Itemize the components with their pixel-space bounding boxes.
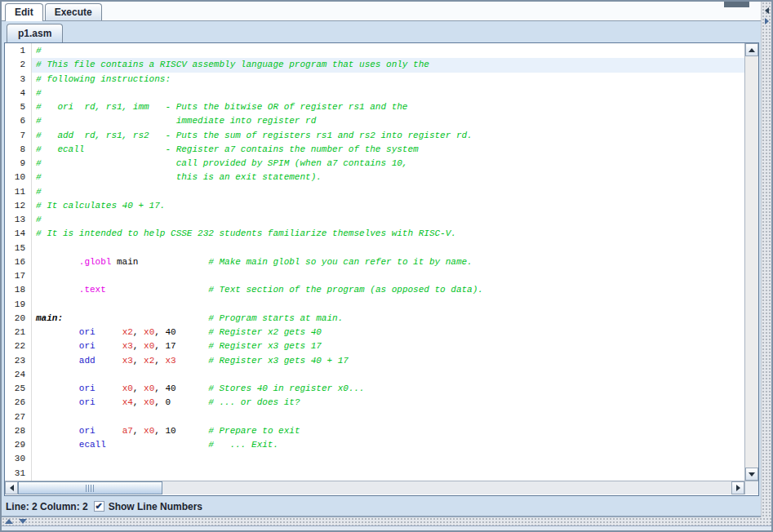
scroll-right-button[interactable] [731,481,744,494]
horizontal-split-divider[interactable] [2,517,771,525]
code-line-13[interactable]: # [32,213,744,227]
code-line-1[interactable]: # [32,44,744,58]
code-line-2[interactable]: # This file contains a RISCV assembly la… [32,58,744,72]
code-line-19[interactable] [32,298,744,312]
show-line-numbers-label: Show Line Numbers [109,501,202,512]
vertical-scroll-track[interactable] [745,56,758,468]
code-line-4[interactable]: # [32,86,744,100]
code-line-7[interactable]: # add rd, rs1, rs2 - Puts the sum of reg… [32,129,744,143]
code-line-14[interactable]: # It is intended to help CSSE 232 studen… [32,227,744,241]
horizontal-scroll-row [5,481,758,494]
collapse-left-icon[interactable] [765,7,769,14]
file-tabbar: p1.asm [2,21,761,42]
arrow-left-icon [10,485,14,491]
code-area[interactable]: ## This file contains a RISCV assembly l… [32,43,744,481]
scroll-up-button[interactable] [745,43,758,56]
horizontal-scroll-thumb[interactable] [18,481,162,494]
code-line-20[interactable]: main: # Program starts at main. [32,312,744,326]
horizontal-scroll-track[interactable] [18,481,731,494]
scroll-left-button[interactable] [5,481,18,494]
code-line-9[interactable]: # call provided by SPIM (when a7 contain… [32,157,744,171]
tab-edit[interactable]: Edit [5,3,43,21]
messages-pane-edge [2,525,771,530]
code-line-25[interactable]: ori x0, x0, 40 # Stores 40 in register x… [32,382,744,396]
editor-frame: 1234567891011121314151617181920212223242… [4,42,759,496]
code-line-16[interactable]: .globl main # Make main globl so you can… [32,255,744,269]
code-line-21[interactable]: ori x2, x0, 40 # Register x2 gets 40 [32,326,744,339]
code-line-30[interactable] [32,452,744,466]
code-line-23[interactable]: add x3, x2, x3 # Register x3 gets 40 + 1… [32,354,744,368]
code-line-29[interactable]: ecall # ... Exit. [32,438,744,452]
code-line-18[interactable]: .text # Text section of the program (as … [32,283,744,297]
code-line-31[interactable] [32,467,744,481]
code-line-10[interactable]: # this is an exit statement). [32,171,744,184]
editor-main: 1234567891011121314151617181920212223242… [5,43,758,481]
scroll-thumb-grip-icon [86,485,95,492]
vertical-scrollbar[interactable] [744,43,758,481]
status-bar: Line: 2 Column: 2 ✔ Show Line Numbers [2,498,761,515]
line-number-gutter: 1234567891011121314151617181920212223242… [5,43,32,481]
code-line-6[interactable]: # immediate into register rd [32,114,744,128]
code-line-8[interactable]: # ecall - Register a7 contains the numbe… [32,143,744,157]
code-line-22[interactable]: ori x3, x0, 17 # Register x3 gets 17 [32,339,744,353]
code-line-24[interactable] [32,368,744,382]
code-line-26[interactable]: ori x4, x0, 0 # ... or does it? [32,396,744,410]
left-column: Edit Execute p1.asm 12345678910111213141… [2,2,761,517]
code-line-27[interactable] [32,410,744,424]
collapse-up-icon[interactable] [5,519,13,524]
code-line-3[interactable]: # following instructions: [32,73,744,86]
window-chrome-fragment [724,2,749,7]
arrow-right-icon [736,485,740,491]
tab-execute[interactable]: Execute [45,3,102,20]
expand-right-icon[interactable] [765,18,769,24]
content-row: Edit Execute p1.asm 12345678910111213141… [2,2,771,517]
expand-down-icon[interactable] [19,519,27,524]
horizontal-scrollbar[interactable] [5,481,744,494]
code-line-5[interactable]: # ori rd, rs1, imm - Puts the bitwise OR… [32,100,744,114]
code-line-12[interactable]: # It calculates 40 + 17. [32,199,744,213]
scroll-down-button[interactable] [745,468,758,481]
code-line-11[interactable]: # [32,185,744,199]
caret-position-label: Line: 2 Column: 2 [6,501,88,512]
main-tabbar: Edit Execute [2,2,761,21]
edit-panel: p1.asm 123456789101112131415161718192021… [2,21,761,517]
tab-file-p1asm[interactable]: p1.asm [7,24,63,42]
arrow-up-icon [749,48,755,52]
code-line-17[interactable] [32,269,744,283]
code-line-28[interactable]: ori a7, x0, 10 # Prepare to exit [32,424,744,438]
arrow-down-icon [749,472,755,477]
code-line-15[interactable] [32,242,744,255]
app-window: Edit Execute p1.asm 12345678910111213141… [0,0,773,532]
show-line-numbers-checkbox[interactable]: ✔ [94,501,104,512]
scrollbar-corner [744,481,758,494]
vertical-split-divider[interactable] [761,2,771,517]
